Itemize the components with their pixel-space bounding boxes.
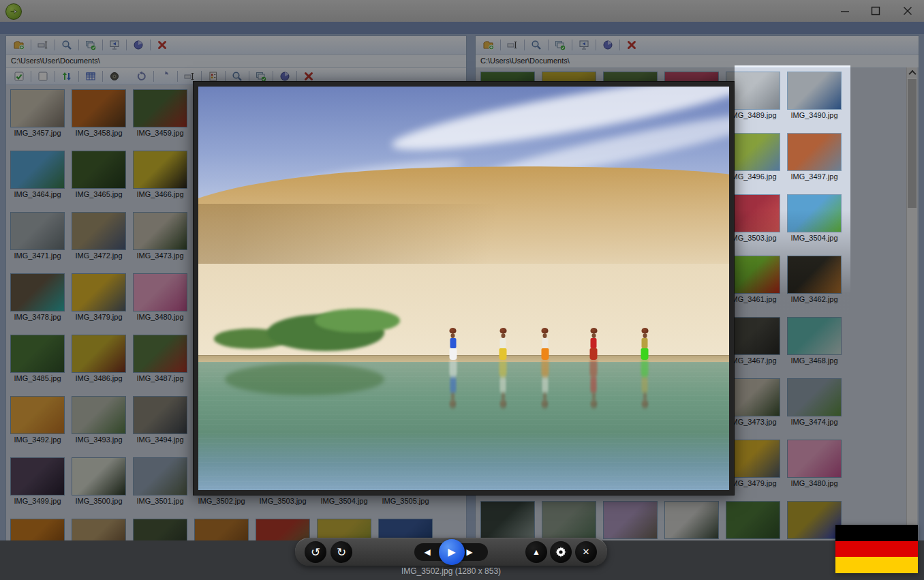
rename-icon[interactable] — [34, 38, 52, 52]
thumbnail-image — [10, 457, 65, 495]
menu-band — [0, 22, 924, 34]
left-path-bar[interactable]: C:\Users\User\Documents\ — [6, 55, 466, 68]
thumbnail[interactable]: IMG_3504.jpg — [787, 194, 842, 232]
right-path-bar[interactable]: C:\Users\User\Documents\ — [476, 55, 919, 68]
close-button[interactable]: × — [575, 541, 597, 563]
search-icon[interactable] — [527, 38, 545, 52]
thumbnail[interactable]: IMG_3479.jpg — [72, 273, 126, 311]
check-off-icon[interactable] — [34, 70, 52, 83]
rotate-left-icon[interactable] — [133, 70, 151, 83]
rename-icon[interactable] — [504, 38, 521, 52]
thumbnail[interactable]: IMG_3474.jpg — [787, 378, 842, 416]
right-pane-scrollbar[interactable] — [906, 67, 917, 540]
thumbnail-image — [10, 335, 65, 373]
thumbnail-label: IMG_3502.jpg — [190, 497, 253, 505]
next-button[interactable]: ▶ — [462, 545, 477, 560]
sort-icon[interactable] — [58, 70, 76, 83]
thumbnail-image — [133, 151, 187, 189]
thumbnail-label: IMG_3486.jpg — [67, 374, 130, 382]
thumbnail-image — [10, 396, 65, 434]
thumbnail-image — [787, 256, 842, 294]
toolbar-separator — [31, 71, 31, 82]
figure-reflection — [641, 360, 649, 408]
thumbnail[interactable]: IMG_3492.jpg — [10, 396, 65, 434]
toolbar-separator — [572, 40, 572, 50]
minimize-button[interactable] — [833, 3, 857, 19]
rotate-right-icon[interactable] — [157, 70, 174, 83]
slideshow-icon[interactable] — [106, 38, 123, 52]
thumbnail[interactable] — [787, 501, 842, 539]
thumbnail[interactable]: IMG_3480.jpg — [133, 273, 187, 311]
images-check-icon[interactable] — [82, 38, 99, 52]
thumbnail-image — [787, 72, 842, 110]
thumbnail-image — [10, 151, 65, 189]
thumbnail[interactable]: IMG_3500.jpg — [72, 457, 126, 495]
thumbnail[interactable]: IMG_3494.jpg — [133, 396, 187, 434]
thumbnail-label: IMG_3474.jpg — [783, 418, 846, 426]
scrollbar-thumb[interactable] — [908, 79, 917, 208]
thumbnail[interactable]: IMG_3493.jpg — [72, 396, 126, 434]
close-button[interactable] — [896, 3, 919, 19]
speaker-icon[interactable] — [106, 70, 123, 83]
thumbnail[interactable] — [726, 501, 780, 539]
walking-figure — [590, 328, 598, 360]
thumbnail[interactable]: IMG_3501.jpg — [133, 457, 187, 495]
thumbnail[interactable]: IMG_3459.jpg — [133, 89, 187, 127]
up-button[interactable]: ▲ — [525, 541, 547, 563]
viewer-image[interactable] — [198, 87, 729, 490]
thumbnail[interactable]: IMG_3499.jpg — [10, 457, 65, 495]
thumbnail[interactable]: IMG_3497.jpg — [787, 133, 842, 171]
toolbar-separator — [619, 40, 620, 50]
delete-icon[interactable] — [623, 38, 641, 52]
thumbnail[interactable]: IMG_3473.jpg — [133, 212, 187, 250]
images-check-icon[interactable] — [551, 38, 569, 52]
toolbar-separator — [31, 40, 31, 50]
stats-pie-icon[interactable] — [129, 38, 147, 52]
thumbnail[interactable]: IMG_3478.jpg — [10, 273, 65, 311]
thumbnail[interactable]: IMG_3466.jpg — [133, 151, 187, 189]
delete-icon[interactable] — [153, 38, 171, 52]
thumbnail-label: IMG_3493.jpg — [67, 436, 130, 444]
thumbnail-image — [133, 273, 187, 311]
toolbar-separator — [177, 71, 178, 82]
thumbnail[interactable] — [542, 501, 596, 539]
thumbnail[interactable]: IMG_3465.jpg — [72, 151, 126, 189]
maximize-button[interactable] — [864, 3, 887, 19]
thumbnail-label: IMG_3499.jpg — [6, 497, 69, 505]
thumbnail[interactable]: IMG_3490.jpg — [787, 72, 842, 110]
thumbnail-label: IMG_3459.jpg — [129, 129, 191, 137]
thumbnail[interactable]: IMG_3487.jpg — [133, 335, 187, 373]
thumbnail[interactable] — [664, 501, 719, 539]
thumbnail-label: IMG_3505.jpg — [374, 497, 437, 505]
thumbnail[interactable]: IMG_3485.jpg — [10, 335, 65, 373]
check-on-icon[interactable] — [10, 70, 28, 83]
folder-add-icon[interactable] — [10, 38, 28, 52]
thumbnail[interactable]: IMG_3464.jpg — [10, 151, 65, 189]
search-icon[interactable] — [58, 38, 76, 52]
rotate-ccw-button[interactable]: ↺ — [305, 541, 326, 563]
stats-pie-icon[interactable] — [599, 38, 617, 52]
thumbnail[interactable] — [603, 501, 658, 539]
thumbnail[interactable]: IMG_3468.jpg — [787, 317, 842, 355]
folder-add-icon[interactable] — [480, 38, 497, 52]
thumbnail[interactable]: IMG_3480.jpg — [787, 440, 842, 478]
play-button[interactable]: ▶ — [439, 539, 465, 565]
thumbnail[interactable]: IMG_3457.jpg — [10, 89, 65, 127]
thumbnail[interactable]: IMG_3462.jpg — [787, 256, 842, 294]
thumbnail[interactable]: IMG_3486.jpg — [72, 335, 126, 373]
settings-button[interactable] — [550, 541, 572, 563]
slideshow-icon[interactable] — [575, 38, 593, 52]
toolbar-separator — [78, 40, 79, 50]
thumbnail-label: IMG_3504.jpg — [313, 497, 375, 505]
thumbnail[interactable]: IMG_3458.jpg — [72, 89, 126, 127]
thumbnail[interactable] — [480, 501, 535, 539]
toolbar-separator — [150, 40, 151, 50]
thumbnail-image — [787, 440, 842, 478]
table-view-icon[interactable] — [82, 70, 99, 83]
thumbnail[interactable]: IMG_3472.jpg — [72, 212, 126, 250]
scrollbar-up-icon[interactable] — [907, 67, 917, 78]
prev-button[interactable]: ◀ — [420, 545, 435, 560]
rotate-cw-button[interactable]: ↻ — [330, 541, 352, 563]
thumbnail[interactable]: IMG_3471.jpg — [10, 212, 65, 250]
thumbnail-image — [72, 396, 126, 434]
